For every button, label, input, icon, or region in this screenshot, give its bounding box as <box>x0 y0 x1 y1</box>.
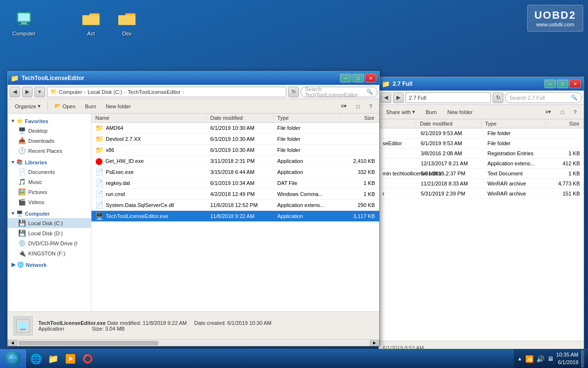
close-btn[interactable]: ✕ <box>365 74 376 82</box>
amd64-folder-icon: 📁 <box>95 124 103 132</box>
scroll-left-btn[interactable]: ◀ <box>8 340 17 346</box>
open-btn[interactable]: 📂 Open <box>50 101 80 112</box>
list-item[interactable]: ⬤ Get_HW_ID.exe 3/11/2018 2:31 PM Applic… <box>91 156 379 167</box>
search-box[interactable]: Search TechToolLicenseEditor 🔍 <box>301 87 377 97</box>
scrollbar-track[interactable] <box>18 341 369 345</box>
sidebar-header-network[interactable]: ▶ 🌐 Network <box>8 260 91 269</box>
back-burn-btn[interactable]: Burn <box>421 106 441 118</box>
scrollbar-thumb[interactable] <box>18 341 158 345</box>
sidebar-item-videos[interactable]: 🎬 Videos <box>8 197 91 207</box>
scroll-right-btn[interactable]: ▶ <box>370 340 379 346</box>
pictures-icon: 🖼️ <box>18 188 26 196</box>
show-desktop-btn[interactable] <box>581 350 584 368</box>
sidebar-item-local-c[interactable]: 💾 Local Disk (C:) <box>8 218 91 228</box>
list-item[interactable]: 📁 Devtool 2.7.XX 6/1/2019 10:30 AM File … <box>91 134 379 145</box>
devtool-type: File folder <box>273 135 340 143</box>
maximize-btn[interactable]: □ <box>352 74 364 82</box>
back-col-date[interactable]: Date modified <box>416 119 481 128</box>
view-toggle-btn[interactable]: ≡▾ <box>337 101 351 112</box>
favorites-star: ⭐ <box>16 118 23 124</box>
col-type-header[interactable]: Type <box>273 114 340 122</box>
desktop-icon-act[interactable]: Act <box>74 10 108 36</box>
list-item[interactable]: 11/21/2018 8:33 AM WinRAR archive 4,773 … <box>379 179 584 189</box>
start-button[interactable] <box>0 349 26 368</box>
computer-sidebar-label: Computer <box>25 211 50 217</box>
list-item[interactable]: seEditor 6/1/2019 9:53 AM File folder <box>379 138 584 149</box>
burn-btn[interactable]: Burn <box>81 101 101 112</box>
titlebar[interactable]: 📁 TechToolLicenseEditor ─ □ ✕ <box>8 71 379 85</box>
list-item[interactable]: 🖥️ TechToolLicenseEditor.exe 11/8/2018 9… <box>91 211 379 222</box>
horizontal-scrollbar[interactable]: ◀ ▶ <box>8 339 379 346</box>
desktop-icon-dev[interactable]: Dev <box>110 10 144 36</box>
nav-back-btn[interactable]: ◀ <box>10 87 20 97</box>
list-item[interactable]: r 5/31/2019 2:39 PM WinRAR archive 151 K… <box>379 189 584 199</box>
back-col-name[interactable] <box>379 119 416 128</box>
list-item[interactable]: 📄 System.Data.SqlServerCe.dll 11/6/2018 … <box>91 200 379 211</box>
system-clock[interactable]: 10:35 AM 6/1/2019 <box>556 351 578 366</box>
nav-dropdown-btn[interactable]: ▾ <box>34 87 45 97</box>
list-item[interactable]: 📄 PsExec.exe 3/15/2018 6:44 AM Applicati… <box>91 167 379 178</box>
x86-date: 6/1/2019 10:30 AM <box>206 146 273 154</box>
list-item[interactable]: min techtoollicense editor ... 5/31/2019… <box>379 169 584 179</box>
back-titlebar[interactable]: 📁 2.7 Full ─ □ ✕ <box>379 77 584 91</box>
sidebar-item-documents[interactable]: 📄 Documents <box>8 167 91 177</box>
minimize-btn[interactable]: ─ <box>340 74 351 82</box>
list-item[interactable]: 3/8/2016 2:08 AM Registration Entries 1 … <box>379 149 584 159</box>
organize-btn[interactable]: Organize ▾ <box>11 101 45 112</box>
desktop-icon-computer[interactable]: Computer <box>7 10 41 36</box>
sidebar-header-favorites[interactable]: ▾ ⭐ Favorites <box>8 116 91 126</box>
tray-volume-icon[interactable]: 🔊 <box>536 355 544 363</box>
list-item[interactable]: 6/1/2019 9:53 AM File folder <box>379 128 584 138</box>
help-btn[interactable]: ? <box>365 101 376 112</box>
back-minimize-btn[interactable]: ─ <box>544 80 556 88</box>
list-item[interactable]: 📄 run.cmd 4/2/2018 12:49 PM Windows Comm… <box>91 189 379 200</box>
col-date-header[interactable]: Date modified <box>206 114 273 122</box>
back-col-size[interactable]: Size <box>546 119 584 128</box>
col-size-header[interactable]: Size <box>340 114 379 122</box>
back-nav-forward[interactable]: ▶ <box>393 92 404 103</box>
refresh-btn[interactable]: ↻ <box>288 87 299 97</box>
sidebar-item-music[interactable]: 🎵 Music <box>8 177 91 187</box>
back-address-path[interactable]: 2.7 Full <box>406 92 491 103</box>
sidebar-header-computer[interactable]: ▾ 🖥️ Computer <box>8 209 91 218</box>
sidebar-item-desktop[interactable]: 🖥️ Desktop <box>8 126 91 136</box>
preview-pane-btn[interactable]: □ <box>352 101 364 112</box>
clock-date: 6/1/2019 <box>556 359 578 366</box>
list-item[interactable]: 📁 x86 6/1/2019 10:30 AM File folder <box>91 145 379 156</box>
list-item[interactable]: 📄 regkey.dat 6/1/2019 10:34 AM DAT File … <box>91 178 379 189</box>
address-path[interactable]: 📁 Computer › Local Disk (C:) › TechToolL… <box>47 87 286 97</box>
sidebar-item-pictures[interactable]: 🖼️ Pictures <box>8 187 91 197</box>
back-view-btn[interactable]: ≡▾ <box>541 106 555 118</box>
sidebar-header-libraries[interactable]: ▾ 📚 Libraries <box>8 158 91 167</box>
list-item[interactable]: 📁 AMD64 6/1/2019 10:30 AM File folder <box>91 123 379 134</box>
back-col-type[interactable]: Type <box>481 119 546 128</box>
tray-network-icon[interactable]: 📶 <box>525 355 533 363</box>
back-help-btn[interactable]: ? <box>569 106 581 118</box>
opera-taskbar-btn[interactable]: ⭕ <box>79 352 96 366</box>
back-share-btn[interactable]: Share with ▾ <box>382 106 419 118</box>
ie-taskbar-btn[interactable]: 🌐 <box>28 352 44 366</box>
col-name-header[interactable]: Name <box>91 114 206 122</box>
back-newfolder-btn[interactable]: New folder <box>443 106 477 118</box>
back-nav-back[interactable]: ◀ <box>381 92 391 103</box>
back-refresh-btn[interactable]: ↻ <box>493 92 503 103</box>
tray-monitor-icon[interactable]: 🖥 <box>547 355 554 362</box>
search-icon: 🔍 <box>366 89 373 95</box>
list-item[interactable]: 12/13/2017 8:21 AM Application extens...… <box>379 159 584 169</box>
computer-label: Computer <box>12 31 35 36</box>
back-pane-btn[interactable]: □ <box>556 106 568 118</box>
x86-size <box>340 149 379 151</box>
media-taskbar-btn[interactable]: ▶️ <box>62 352 79 366</box>
explorer-taskbar-btn[interactable]: 📁 <box>45 352 61 366</box>
tray-arrow[interactable]: ▲ <box>518 356 522 361</box>
sidebar-item-dvd[interactable]: 💿 DVD/CD-RW Drive (I <box>8 238 91 248</box>
sidebar-item-local-d[interactable]: 💾 Local Disk (D:) <box>8 228 91 238</box>
back-search-box[interactable]: Search 2.7 Full 🔍 <box>505 92 582 103</box>
sidebar-item-downloads[interactable]: 📥 Downloads <box>8 136 91 146</box>
nav-forward-btn[interactable]: ▶ <box>22 87 33 97</box>
back-maximize-btn[interactable]: □ <box>557 80 568 88</box>
sidebar-item-kingston[interactable]: 🔌 KINGSTON (F:) <box>8 248 91 258</box>
back-close-btn[interactable]: ✕ <box>569 80 581 88</box>
sidebar-item-recent[interactable]: 🕐 Recent Places <box>8 146 91 156</box>
new-folder-btn[interactable]: New folder <box>102 101 136 112</box>
